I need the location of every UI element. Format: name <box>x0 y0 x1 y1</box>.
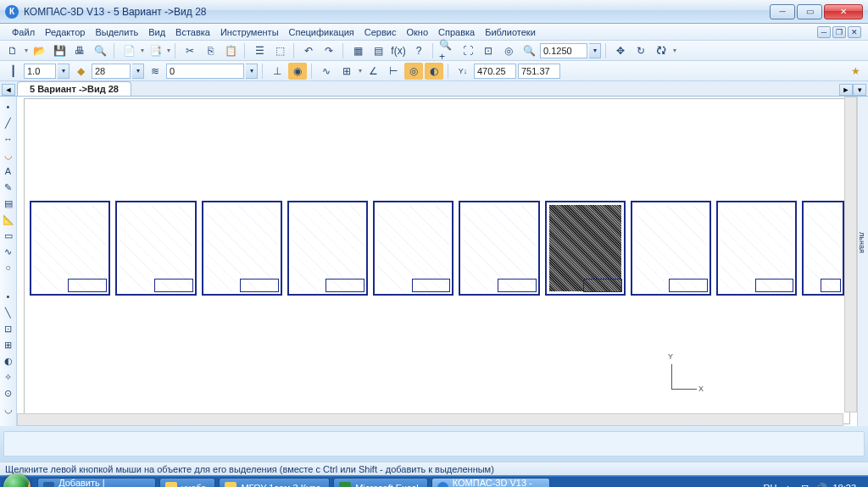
sheet-2[interactable] <box>115 201 196 296</box>
tool-point-icon[interactable]: • <box>2 100 15 113</box>
sheet-7[interactable] <box>545 201 626 296</box>
tool-more7-icon[interactable]: ⊙ <box>2 386 15 400</box>
tool-measure-icon[interactable]: 📐 <box>2 213 15 226</box>
vertical-scrollbar[interactable] <box>844 97 857 412</box>
zoom-dropdown[interactable]: ▾ <box>589 43 601 58</box>
snap-perp-icon[interactable]: ⊢ <box>384 63 403 80</box>
clock[interactable]: 18:23 <box>832 483 856 487</box>
cut-icon[interactable]: ✂ <box>181 42 199 59</box>
menu-libraries[interactable]: Библиотеки <box>480 25 541 39</box>
grid-icon[interactable]: ▦ <box>348 42 367 59</box>
doc-restore-button[interactable]: ❐ <box>832 26 846 38</box>
language-indicator[interactable]: RU <box>764 483 777 487</box>
linewidth-input[interactable] <box>24 64 56 79</box>
layer-input[interactable] <box>92 64 131 79</box>
linewidth-icon[interactable]: ┃ <box>3 63 22 80</box>
refresh-icon[interactable]: 🗘 <box>652 42 670 59</box>
tray-flag-icon[interactable]: ▲ <box>782 482 793 487</box>
snap-angle-icon[interactable]: ∠ <box>364 63 382 80</box>
tool-spec-icon[interactable]: ▭ <box>2 229 15 242</box>
tool-arc-icon[interactable]: ◡ <box>2 148 15 162</box>
vars-icon[interactable]: ⬚ <box>270 42 289 59</box>
tray-network-icon[interactable]: ⊡ <box>798 482 810 487</box>
redo-icon[interactable]: ↷ <box>320 42 338 59</box>
layer2-dropdown[interactable]: ▾ <box>246 64 258 79</box>
tray-volume-icon[interactable]: 🔊 <box>815 482 827 487</box>
tool-edit-icon[interactable]: ✎ <box>2 180 15 194</box>
paste-icon[interactable]: 📋 <box>221 42 240 59</box>
task-item-5[interactable]: КОМПАС-3D V13 - 5... <box>431 478 550 487</box>
snap-point-icon[interactable]: ∿ <box>317 63 336 80</box>
tool-line-icon[interactable]: ╱ <box>2 116 15 130</box>
drawing-canvas[interactable]: Y X <box>17 97 857 426</box>
task-item-2[interactable]: учеба <box>159 478 215 487</box>
menu-help[interactable]: Справка <box>433 25 480 39</box>
pan-icon[interactable]: ✥ <box>611 42 630 59</box>
preview-icon[interactable]: 🔍 <box>91 42 109 59</box>
tool-more5-icon[interactable]: ◐ <box>2 354 15 368</box>
property-panel[interactable] <box>3 431 865 457</box>
zoom-fit-icon[interactable]: ⛶ <box>459 42 477 59</box>
tool-more2-icon[interactable]: ╲ <box>2 306 15 319</box>
tool-dim-icon[interactable]: ↔ <box>2 132 15 146</box>
sheet-8[interactable] <box>631 201 711 296</box>
tab-scroll-left[interactable]: ◄ <box>2 84 15 96</box>
tool-curve-icon[interactable]: ∿ <box>2 245 15 258</box>
tab-active[interactable]: 5 Вариант ->Вид 28 <box>17 81 131 96</box>
sheet-10[interactable] <box>802 201 844 296</box>
print-icon[interactable]: 🖶 <box>70 42 89 59</box>
fx-icon[interactable]: f(x) <box>389 42 408 59</box>
tool-more6-icon[interactable]: ✧ <box>2 370 15 384</box>
tool-more3-icon[interactable]: ⊡ <box>2 322 15 335</box>
tab-scroll-right[interactable]: ► <box>839 84 853 96</box>
layer2-icon[interactable]: ≋ <box>146 63 164 80</box>
start-button[interactable] <box>0 475 34 487</box>
tool-hatch-icon[interactable]: ▤ <box>2 196 15 210</box>
minimize-button[interactable]: ─ <box>770 4 795 19</box>
tool-circle-icon[interactable]: ○ <box>2 261 15 274</box>
tool-more1-icon[interactable]: • <box>2 290 15 303</box>
menu-spec[interactable]: Спецификация <box>284 25 359 39</box>
snap-center-icon[interactable]: ◎ <box>404 63 423 80</box>
right-collapsed-panel[interactable]: льная <box>857 97 868 426</box>
coord-y-input[interactable] <box>518 64 560 79</box>
zoom-window-icon[interactable]: ⊡ <box>479 42 498 59</box>
doc1-icon[interactable]: 📄 <box>120 42 138 59</box>
task-item-3[interactable]: МГОУ 1сем 3 Курс <box>219 478 330 487</box>
layers-icon[interactable]: ▤ <box>369 42 387 59</box>
horizontal-scrollbar[interactable] <box>17 413 843 426</box>
zoom-prev-icon[interactable]: 🔍 <box>520 42 538 59</box>
layer-color-icon[interactable]: ◆ <box>71 63 90 80</box>
help-cursor-icon[interactable]: ? <box>409 42 428 59</box>
snap-tan-icon[interactable]: ◐ <box>425 63 443 80</box>
copy-icon[interactable]: ⎘ <box>201 42 220 59</box>
undo-icon[interactable]: ↶ <box>299 42 318 59</box>
doc2-icon[interactable]: 📑 <box>146 42 164 59</box>
ortho-icon[interactable]: ⊥ <box>268 63 287 80</box>
props-icon[interactable]: ☰ <box>250 42 269 59</box>
task-item-4[interactable]: Microsoft Excel <box>333 478 428 487</box>
sheet-6[interactable] <box>459 201 539 296</box>
new-icon[interactable]: 🗋 <box>3 42 22 59</box>
sheet-3[interactable] <box>202 201 282 296</box>
snap-grid-icon[interactable]: ⊞ <box>337 63 356 80</box>
save-icon[interactable]: 💾 <box>50 42 69 59</box>
menu-select[interactable]: Выделить <box>90 25 143 39</box>
menu-editor[interactable]: Редактор <box>40 25 90 39</box>
menu-service[interactable]: Сервис <box>359 25 402 39</box>
doc-close-button[interactable]: ✕ <box>848 26 861 38</box>
open-icon[interactable]: 📂 <box>30 42 48 59</box>
menu-insert[interactable]: Вставка <box>170 25 215 39</box>
tab-list[interactable]: ▾ <box>853 84 866 96</box>
sheet-1[interactable] <box>30 201 110 296</box>
zoom-value-input[interactable] <box>540 43 587 58</box>
zoom-in-icon[interactable]: 🔍+ <box>438 42 457 59</box>
favorite-icon[interactable]: ★ <box>846 63 865 80</box>
tool-more4-icon[interactable]: ⊞ <box>2 338 15 351</box>
task-item-1[interactable]: Добавить | Чертежи... <box>37 478 156 487</box>
sheet-4[interactable] <box>287 201 368 296</box>
sheet-9[interactable] <box>716 201 797 296</box>
rotate-icon[interactable]: ↻ <box>632 42 650 59</box>
menu-file[interactable]: Файл <box>7 25 40 39</box>
snap-icon[interactable]: ◉ <box>288 63 307 80</box>
